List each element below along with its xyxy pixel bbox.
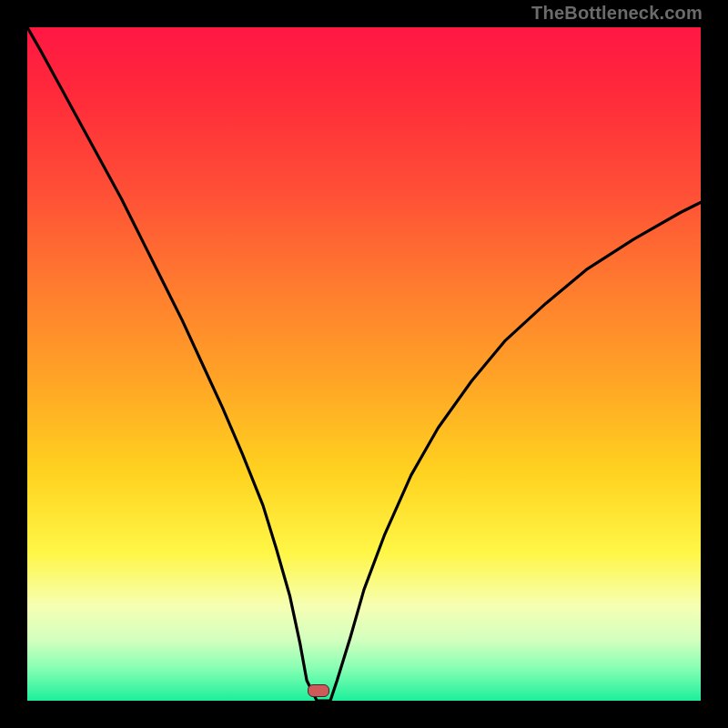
- curve-svg: [27, 27, 701, 701]
- bottleneck-curve: [27, 27, 701, 701]
- chart-frame: TheBottleneck.com: [0, 0, 728, 728]
- attribution-label: TheBottleneck.com: [531, 3, 703, 24]
- plot-area: [27, 27, 701, 701]
- minimum-marker: [308, 684, 329, 697]
